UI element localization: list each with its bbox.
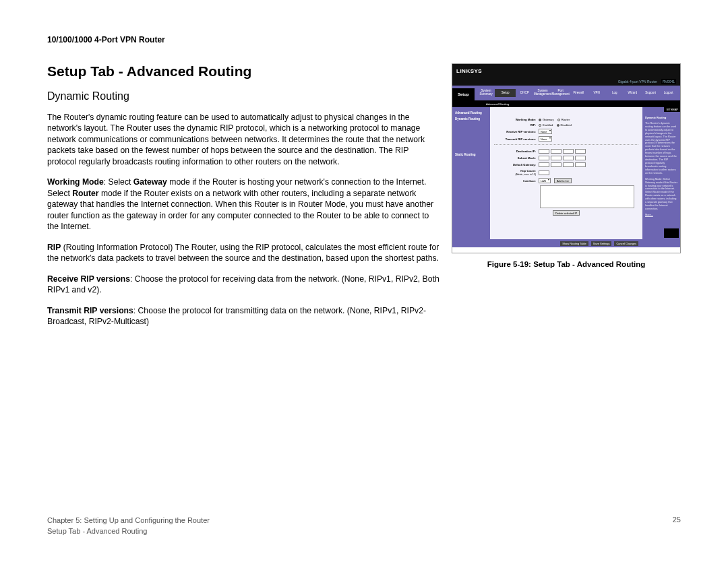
row-subnet-mask: Subnet Mask: (494, 156, 638, 160)
tab-wizard[interactable]: Wizard (624, 92, 642, 95)
brand-bar: LINKSYS (452, 64, 680, 77)
paragraph-rip: RIP (Routing Information Protocol) The R… (47, 242, 439, 264)
show-routing-table-button[interactable]: Show Routing Table (560, 241, 588, 246)
label-receive-rip: Receive RIP versions (47, 274, 130, 284)
radio-gateway[interactable] (539, 119, 541, 121)
page-title: Setup Tab - Advanced Routing (47, 63, 439, 80)
page-footer: Chapter 5: Setting Up and Configuring th… (47, 516, 681, 536)
figure-column: LINKSYS Gigabit 4-port VPN Router RV0041… (452, 63, 681, 337)
device-bar: Gigabit 4-port VPN Router RV0041 (452, 77, 680, 86)
row-default-gateway: Default Gateway: (494, 162, 638, 167)
sitemap-badge[interactable]: SITEMAP (664, 107, 680, 112)
footer-section: Setup Tab - Advanced Routing (47, 526, 210, 536)
tab-setup-active[interactable]: Setup (452, 88, 475, 100)
section-labels: Advanced Routing Dynamic Routing Static … (452, 107, 490, 247)
row-working-mode: Working Mode: Gateway Router (494, 118, 638, 121)
cisco-logo-icon (664, 228, 679, 238)
cancel-changes-button[interactable]: Cancel Changes (614, 241, 638, 246)
row-interface: Interface: LAN Add to list (494, 178, 638, 183)
select-transmit-rip[interactable]: None (539, 136, 552, 142)
router-admin-screenshot: LINKSYS Gigabit 4-port VPN Router RV0041… (452, 63, 681, 253)
section-subtitle: Dynamic Routing (47, 90, 439, 102)
row-hop-count: Hop Count:(Metric, max. is 15) (494, 169, 638, 176)
delete-selected-button[interactable]: Delete selected IP (553, 210, 580, 216)
paragraph-receive-rip: Receive RIP versions: Choose the protoco… (47, 274, 439, 296)
label-working-mode: Working Mode (47, 177, 104, 187)
more-link[interactable]: More... (645, 214, 677, 217)
ip-octet[interactable] (539, 149, 549, 154)
subtab-advanced-routing[interactable]: Advanced Routing (486, 102, 509, 106)
tab-system-summary[interactable]: System Summary (477, 90, 495, 96)
text-column: Setup Tab - Advanced Routing Dynamic Rou… (47, 63, 439, 337)
tab-port-management[interactable]: Port Management (551, 90, 570, 96)
sub-nav: Advanced Routing (452, 100, 680, 107)
tab-firewall[interactable]: Firewall (570, 92, 588, 95)
tab-setup[interactable]: Setup (495, 89, 516, 98)
page-header: 10/100/1000 4-Port VPN Router (47, 35, 681, 44)
row-rip: RIP: Enabled Disabled (494, 123, 638, 127)
tab-support[interactable]: Support (642, 92, 660, 95)
select-receive-rip[interactable]: None (539, 129, 552, 134)
main-nav: Setup System Summary Setup DHCP System M… (452, 86, 680, 100)
paragraph-working-mode: Working Mode: Select Gateway mode if the… (47, 177, 439, 232)
form-area: Working Mode: Gateway Router RIP: Enable… (490, 107, 642, 247)
tab-vpn[interactable]: VPN (588, 92, 606, 95)
save-settings-button[interactable]: Save Settings (591, 241, 612, 246)
radio-rip-disabled[interactable] (557, 124, 559, 127)
tab-dhcp[interactable]: DHCP (516, 92, 534, 95)
radio-router[interactable] (557, 119, 560, 121)
paragraph-intro: The Router's dynamic routing feature can… (47, 112, 439, 167)
static-route-list[interactable] (540, 185, 634, 208)
tab-system-management[interactable]: System Management (534, 90, 552, 96)
row-transmit-rip: Transmit RIP versions: None (494, 136, 638, 142)
label-transmit-rip: Transmit RIP versions (47, 306, 133, 315)
label-rip: RIP (47, 243, 61, 252)
footer-chapter: Chapter 5: Setting Up and Configuring th… (47, 516, 210, 526)
paragraph-transmit-rip: Transmit RIP versions: Choose the protoc… (47, 305, 439, 327)
select-interface[interactable]: LAN (539, 178, 551, 183)
page-number: 25 (673, 516, 681, 536)
tab-log[interactable]: Log (605, 92, 624, 95)
row-destination-ip: Destination IP: (494, 149, 638, 154)
add-to-list-button[interactable]: Add to list (554, 178, 572, 183)
row-receive-rip: Receive RIP versions: None (494, 129, 638, 134)
action-bar: Show Routing Table Save Settings Cancel … (490, 239, 642, 247)
hop-input[interactable] (539, 170, 549, 175)
brand-logo: LINKSYS (456, 68, 482, 74)
tab-logout[interactable]: Logout (659, 92, 677, 95)
figure-caption: Figure 5-19: Setup Tab - Advanced Routin… (452, 260, 681, 268)
help-panel: SITEMAP Dynamic Routing The Router's dyn… (642, 107, 680, 247)
radio-rip-enabled[interactable] (539, 124, 541, 127)
